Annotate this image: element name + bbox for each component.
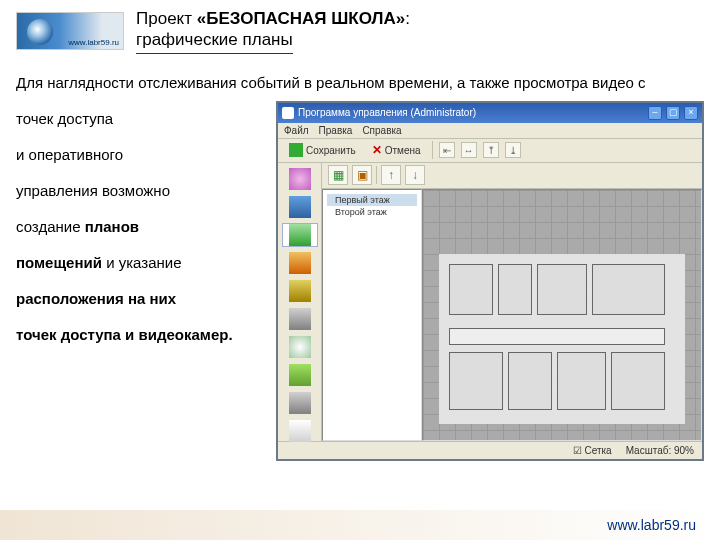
slide-body: Для наглядности отслеживания событий в р…: [0, 58, 720, 461]
close-button[interactable]: ×: [684, 106, 698, 120]
slide-footer: www.labr59.ru: [0, 510, 720, 540]
sidebar-item-schedule[interactable]: [282, 335, 318, 359]
copy-plan-button[interactable]: ▣: [352, 165, 372, 185]
room[interactable]: [449, 352, 503, 410]
sidebar-item-alarm[interactable]: [282, 251, 318, 275]
description-column: точек доступа и оперативного управления …: [16, 101, 276, 353]
desc-line: помещений и указание: [16, 245, 276, 281]
align-left-button[interactable]: ⇤: [439, 142, 455, 158]
desc-line: и оперативного: [16, 137, 276, 173]
maximize-button[interactable]: ▢: [666, 106, 680, 120]
menu-help[interactable]: Справка: [362, 125, 401, 136]
printer-icon: [289, 392, 311, 414]
desc-line: управления возможно: [16, 173, 276, 209]
minimize-button[interactable]: –: [648, 106, 662, 120]
room[interactable]: [611, 352, 665, 410]
logo: www.labr59.ru: [16, 12, 124, 50]
intro-text: Для наглядности отслеживания событий в р…: [16, 74, 704, 91]
key-icon: [289, 308, 311, 330]
tree-item-floor1[interactable]: Первый этаж: [327, 194, 417, 206]
menu-file[interactable]: Файл: [284, 125, 309, 136]
plan-tree[interactable]: Первый этаж Второй этаж: [322, 189, 422, 441]
floor-plan[interactable]: [439, 254, 685, 424]
app-title: Программа управления (Administrator): [298, 107, 476, 118]
room[interactable]: [592, 264, 666, 315]
room[interactable]: [449, 264, 493, 315]
save-button[interactable]: Сохранить: [284, 141, 361, 159]
room[interactable]: [508, 352, 552, 410]
align-bottom-button[interactable]: ⤓: [505, 142, 521, 158]
sidebar-item-access[interactable]: [282, 307, 318, 331]
app-content: ▦ ▣ ↑ ↓ Первый этаж Второй этаж: [278, 163, 702, 441]
tree-item-floor2[interactable]: Второй этаж: [327, 206, 417, 218]
app-statusbar: ☑ Сетка Масштаб: 90%: [278, 441, 702, 459]
sidebar-item-directory[interactable]: [282, 195, 318, 219]
move-up-button[interactable]: ↑: [381, 165, 401, 185]
desc-line: расположения на них: [16, 281, 276, 317]
sidebar-item-users[interactable]: [282, 167, 318, 191]
user-icon: [289, 168, 311, 190]
book-icon: [289, 196, 311, 218]
plan-editor: ▦ ▣ ↑ ↓ Первый этаж Второй этаж: [322, 163, 702, 441]
slide-header: www.labr59.ru Проект «БЕЗОПАСНАЯ ШКОЛА»:…: [0, 0, 720, 58]
sidebar-item-guard[interactable]: [282, 279, 318, 303]
status-grid[interactable]: ☑ Сетка: [573, 445, 612, 456]
title-post: :: [405, 9, 410, 28]
map-icon: [289, 224, 311, 246]
sidebar-item-plans[interactable]: [282, 223, 318, 247]
sidebar-item-power[interactable]: [282, 363, 318, 387]
fire-icon: [289, 252, 311, 274]
editor-body: Первый этаж Второй этаж: [322, 189, 702, 441]
room[interactable]: [498, 264, 532, 315]
logo-domain: www.labr59.ru: [68, 38, 119, 47]
status-scale[interactable]: Масштаб: 90%: [626, 445, 694, 456]
separator: [376, 166, 377, 184]
menu-edit[interactable]: Правка: [319, 125, 353, 136]
screenshot-app-window: Программа управления (Administrator) – ▢…: [276, 101, 704, 461]
clock-icon: [289, 336, 311, 358]
app-icon: [282, 107, 294, 119]
editor-toolbar: ▦ ▣ ↑ ↓: [322, 163, 702, 189]
x-icon: ✕: [372, 143, 382, 157]
app-titlebar[interactable]: Программа управления (Administrator) – ▢…: [278, 103, 702, 123]
app-menubar: Файл Правка Справка: [278, 123, 702, 139]
room[interactable]: [537, 264, 586, 315]
new-plan-button[interactable]: ▦: [328, 165, 348, 185]
desc-line: точек доступа и видеокамер.: [16, 317, 276, 353]
separator: [432, 141, 433, 159]
app-main-toolbar: Сохранить ✕Отмена ⇤ ↔ ⤒ ⤓: [278, 139, 702, 163]
room[interactable]: [557, 352, 606, 410]
check-icon: [289, 143, 303, 157]
title-pre: Проект: [136, 9, 197, 28]
align-center-button[interactable]: ↔: [461, 142, 477, 158]
desc-line: создание планов: [16, 209, 276, 245]
footer-link[interactable]: www.labr59.ru: [607, 517, 696, 533]
sidebar-item-devices[interactable]: [282, 391, 318, 415]
sidebar-item-reports[interactable]: [282, 419, 318, 443]
cancel-button[interactable]: ✕Отмена: [367, 141, 426, 159]
plan-canvas[interactable]: [422, 189, 702, 441]
move-down-button[interactable]: ↓: [405, 165, 425, 185]
align-top-button[interactable]: ⤒: [483, 142, 499, 158]
battery-icon: [289, 364, 311, 386]
guard-icon: [289, 280, 311, 302]
logo-eye: [27, 19, 53, 45]
app-sidebar: [278, 163, 322, 441]
corridor[interactable]: [449, 328, 665, 345]
slide-title: Проект «БЕЗОПАСНАЯ ШКОЛА»: графические п…: [136, 8, 410, 54]
title-bold: «БЕЗОПАСНАЯ ШКОЛА»: [197, 9, 405, 28]
title-sub: графические планы: [136, 29, 293, 53]
desc-line: точек доступа: [16, 101, 276, 137]
report-icon: [289, 420, 311, 442]
